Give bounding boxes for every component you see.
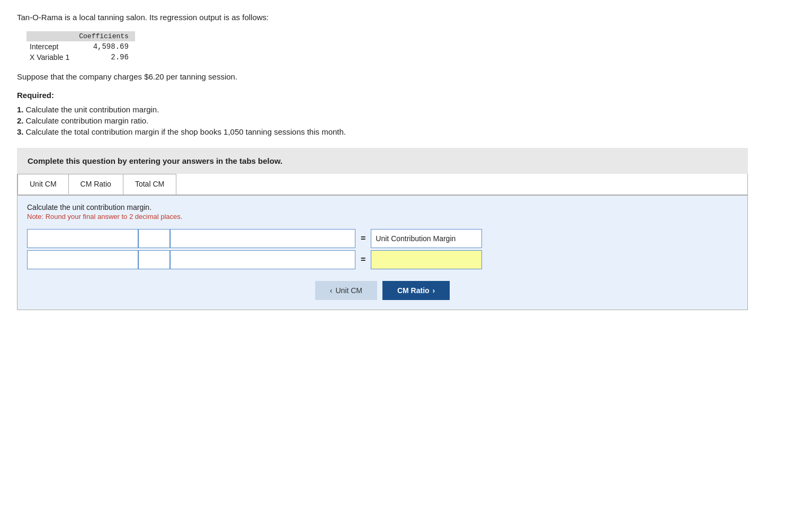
- item-text-3: Calculate the total contribution margin …: [26, 127, 346, 136]
- row-value-xvar: 2.96: [76, 52, 135, 63]
- row2-op[interactable]: [138, 250, 170, 269]
- back-arrow-icon: ‹: [330, 286, 333, 295]
- row2-input-left[interactable]: [27, 250, 138, 269]
- answer-input[interactable]: [371, 250, 482, 269]
- item-text-2: Calculate contribution margin ratio.: [26, 116, 149, 125]
- forward-button[interactable]: CM Ratio ›: [382, 281, 450, 300]
- tab-unit-cm-label: Unit CM: [30, 180, 57, 188]
- item-num-2: 2.: [17, 116, 24, 125]
- ucm-label: Unit Contribution Margin: [371, 229, 482, 248]
- required-label: Required:: [17, 91, 748, 100]
- result-row2: =: [355, 250, 482, 269]
- list-item: 1.Calculate the unit contribution margin…: [17, 105, 748, 114]
- tab-total-cm-label: Total CM: [135, 180, 164, 188]
- nav-buttons: ‹ Unit CM CM Ratio ›: [27, 281, 738, 300]
- tab-cm-ratio[interactable]: CM Ratio: [68, 174, 123, 195]
- result-row1: = Unit Contribution Margin: [355, 229, 482, 248]
- forward-button-label: CM Ratio: [397, 286, 430, 295]
- tab-content-note: Note: Round your final answer to 2 decim…: [27, 213, 738, 221]
- complete-box-text: Complete this question by entering your …: [28, 156, 282, 165]
- row-label-intercept: Intercept: [26, 41, 76, 52]
- ucm-label-text: Unit Contribution Margin: [376, 234, 456, 243]
- table-row: X Variable 1 2.96: [26, 52, 135, 63]
- equals-sign-1: =: [355, 229, 371, 248]
- row2-inputs: [27, 250, 355, 269]
- tab-total-cm[interactable]: Total CM: [123, 174, 176, 195]
- table-row: Intercept 4,598.69: [26, 41, 135, 52]
- row-label-xvar: X Variable 1: [26, 52, 76, 63]
- tab-unit-cm[interactable]: Unit CM: [17, 174, 69, 195]
- calc-area: = Unit Contribution Margin =: [27, 229, 738, 269]
- list-item: 3.Calculate the total contribution margi…: [17, 127, 748, 136]
- forward-arrow-icon: ›: [433, 286, 435, 295]
- row1-input-right[interactable]: [170, 229, 355, 248]
- requirements-list: 1.Calculate the unit contribution margin…: [17, 105, 748, 136]
- charge-text: Suppose that the company charges $6.20 p…: [17, 72, 748, 81]
- regression-table-header: Coefficients: [76, 31, 135, 41]
- item-num-3: 3.: [17, 127, 24, 136]
- right-outputs: = Unit Contribution Margin =: [355, 229, 482, 269]
- list-item: 2.Calculate contribution margin ratio.: [17, 116, 748, 125]
- back-button-label: Unit CM: [335, 286, 362, 295]
- row1-input-left[interactable]: [27, 229, 138, 248]
- back-button[interactable]: ‹ Unit CM: [315, 281, 377, 300]
- tab-content-title: Calculate the unit contribution margin.: [27, 203, 738, 212]
- intro-text: Tan-O-Rama is a local tanning salon. Its…: [17, 13, 748, 22]
- tab-content: Calculate the unit contribution margin. …: [17, 196, 747, 310]
- equals-sign-2: =: [355, 250, 371, 269]
- tabs-area: Unit CM CM Ratio Total CM Calculate the …: [17, 174, 748, 310]
- complete-box: Complete this question by entering your …: [17, 148, 748, 174]
- item-num-1: 1.: [17, 105, 24, 114]
- tab-cm-ratio-label: CM Ratio: [81, 180, 111, 188]
- row1-inputs: [27, 229, 355, 248]
- regression-table: Coefficients Intercept 4,598.69 X Variab…: [26, 31, 135, 63]
- tabs-row: Unit CM CM Ratio Total CM: [17, 174, 747, 196]
- item-text-1: Calculate the unit contribution margin.: [26, 105, 159, 114]
- row2-input-right[interactable]: [170, 250, 355, 269]
- row-value-intercept: 4,598.69: [76, 41, 135, 52]
- row1-op[interactable]: [138, 229, 170, 248]
- left-inputs: [27, 229, 355, 269]
